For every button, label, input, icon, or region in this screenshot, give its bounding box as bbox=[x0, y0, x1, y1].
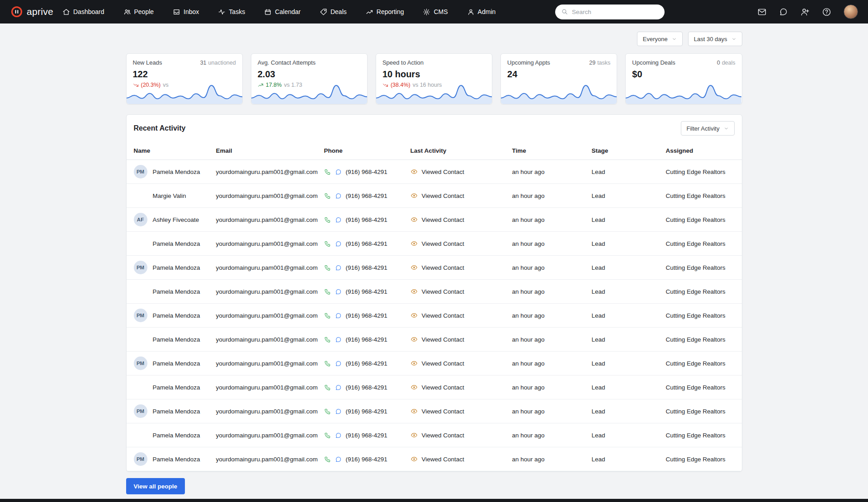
table-row[interactable]: PM Pamela Mendoza yourdomainguru.pam001@… bbox=[127, 447, 742, 471]
call-phone-icon[interactable] bbox=[324, 216, 331, 223]
audience-filter-dropdown[interactable]: Everyone bbox=[637, 32, 683, 46]
call-phone-icon[interactable] bbox=[324, 192, 331, 199]
message-chat-icon[interactable] bbox=[335, 264, 342, 271]
stat-title: Upcoming Deals bbox=[632, 59, 675, 66]
call-phone-icon[interactable] bbox=[324, 360, 331, 367]
message-chat-icon[interactable] bbox=[335, 169, 342, 175]
message-chat-icon[interactable] bbox=[335, 240, 342, 247]
message-chat-icon[interactable] bbox=[335, 192, 342, 199]
stat-meta: 29 tasks bbox=[589, 60, 610, 66]
sparkline-chart bbox=[626, 83, 741, 104]
filter-activity-dropdown[interactable]: Filter Activity bbox=[681, 121, 735, 136]
col-header-time: Time bbox=[512, 147, 592, 154]
nav-item-tasks[interactable]: Tasks bbox=[218, 8, 245, 16]
avatar-initials: PM bbox=[134, 357, 147, 370]
help-icon[interactable] bbox=[822, 7, 831, 17]
table-row[interactable]: PM Pamela Mendoza yourdomainguru.pam001@… bbox=[127, 256, 742, 280]
viewed-eye-icon bbox=[410, 216, 418, 223]
user-avatar[interactable] bbox=[844, 5, 858, 19]
call-phone-icon[interactable] bbox=[324, 408, 331, 415]
call-phone-icon[interactable] bbox=[324, 169, 331, 175]
trend-up-icon bbox=[258, 82, 264, 88]
brand-logo[interactable]: aprive bbox=[11, 6, 53, 18]
contact-email: yourdomainguru.pam001@gmail.com bbox=[216, 408, 324, 415]
message-chat-icon[interactable] bbox=[335, 312, 342, 319]
assigned-to: Cutting Edge Realtors bbox=[666, 288, 735, 295]
table-row[interactable]: AF Ashley Fivecoate yourdomainguru.pam00… bbox=[127, 208, 742, 232]
call-phone-icon[interactable] bbox=[324, 312, 331, 319]
call-phone-icon[interactable] bbox=[324, 336, 331, 343]
table-row[interactable]: Pamela Mendoza yourdomainguru.pam001@gma… bbox=[127, 375, 742, 399]
message-chat-icon[interactable] bbox=[335, 456, 342, 463]
main-nav: Dashboard People Inbox Tasks Calendar De… bbox=[62, 8, 495, 16]
activity-time: an hour ago bbox=[512, 216, 592, 223]
table-row[interactable]: Margie Valin yourdomainguru.pam001@gmail… bbox=[127, 184, 742, 208]
viewed-eye-icon bbox=[410, 264, 418, 271]
nav-item-calendar[interactable]: Calendar bbox=[264, 8, 301, 16]
message-chat-icon[interactable] bbox=[335, 360, 342, 367]
call-phone-icon[interactable] bbox=[324, 432, 331, 439]
view-all-people-button[interactable]: View all people bbox=[126, 478, 185, 494]
message-chat-icon[interactable] bbox=[335, 216, 342, 223]
contact-phone-number: (916) 968-4291 bbox=[346, 264, 387, 271]
contact-email: yourdomainguru.pam001@gmail.com bbox=[216, 216, 324, 223]
avatar-initials: PM bbox=[134, 452, 147, 466]
nav-item-cms[interactable]: CMS bbox=[423, 8, 448, 16]
footer-bar bbox=[0, 499, 868, 502]
table-row[interactable]: Pamela Mendoza yourdomainguru.pam001@gma… bbox=[127, 328, 742, 352]
contact-name: Pamela Mendoza bbox=[153, 432, 200, 439]
message-chat-icon[interactable] bbox=[335, 384, 342, 391]
call-phone-icon[interactable] bbox=[324, 264, 331, 271]
mail-icon[interactable] bbox=[757, 7, 767, 17]
viewed-eye-icon bbox=[410, 432, 418, 439]
search-icon bbox=[561, 8, 568, 15]
table-row[interactable]: PM Pamela Mendoza yourdomainguru.pam001@… bbox=[127, 304, 742, 328]
table-row[interactable]: Pamela Mendoza yourdomainguru.pam001@gma… bbox=[127, 423, 742, 447]
stat-change: (20.3%) vs bbox=[133, 82, 236, 88]
table-row[interactable]: PM Pamela Mendoza yourdomainguru.pam001@… bbox=[127, 160, 742, 184]
message-chat-icon[interactable] bbox=[335, 432, 342, 439]
contact-avatar: PM bbox=[134, 404, 147, 418]
col-header-email: Email bbox=[216, 147, 324, 154]
call-phone-icon[interactable] bbox=[324, 240, 331, 247]
add-person-icon[interactable] bbox=[800, 7, 810, 17]
table-row[interactable]: Pamela Mendoza yourdomainguru.pam001@gma… bbox=[127, 232, 742, 256]
message-chat-icon[interactable] bbox=[335, 288, 342, 295]
message-chat-icon[interactable] bbox=[335, 408, 342, 415]
audience-filter-label: Everyone bbox=[643, 36, 668, 42]
nav-item-deals[interactable]: Deals bbox=[320, 8, 347, 16]
stat-value: 122 bbox=[133, 69, 236, 80]
search-input[interactable] bbox=[572, 9, 659, 15]
dashboard-content: Everyone Last 30 days New Leads 31 unact… bbox=[126, 23, 742, 494]
last-activity-text: Viewed Contact bbox=[422, 264, 464, 271]
contact-email: yourdomainguru.pam001@gmail.com bbox=[216, 192, 324, 199]
contact-name: Pamela Mendoza bbox=[153, 240, 200, 247]
contact-avatar bbox=[134, 285, 147, 298]
activity-time: an hour ago bbox=[512, 240, 592, 247]
nav-item-label: CMS bbox=[434, 8, 448, 15]
nav-item-people[interactable]: People bbox=[123, 8, 154, 16]
call-phone-icon[interactable] bbox=[324, 456, 331, 463]
nav-item-reporting[interactable]: Reporting bbox=[366, 8, 404, 16]
message-chat-icon[interactable] bbox=[335, 336, 342, 343]
contact-avatar: PM bbox=[134, 357, 147, 370]
call-phone-icon[interactable] bbox=[324, 288, 331, 295]
date-range-dropdown[interactable]: Last 30 days bbox=[688, 32, 742, 46]
nav-item-inbox[interactable]: Inbox bbox=[173, 8, 199, 16]
brand-logo-icon bbox=[11, 6, 23, 18]
call-phone-icon[interactable] bbox=[324, 384, 331, 391]
nav-item-dashboard[interactable]: Dashboard bbox=[62, 8, 104, 16]
contact-name: Pamela Mendoza bbox=[153, 169, 200, 175]
table-row[interactable]: PM Pamela Mendoza yourdomainguru.pam001@… bbox=[127, 352, 742, 375]
viewed-eye-icon bbox=[410, 336, 418, 343]
table-row[interactable]: PM Pamela Mendoza yourdomainguru.pam001@… bbox=[127, 399, 742, 423]
assigned-to: Cutting Edge Realtors bbox=[666, 432, 735, 439]
contact-email: yourdomainguru.pam001@gmail.com bbox=[216, 432, 324, 439]
contact-name: Pamela Mendoza bbox=[153, 264, 200, 271]
table-row[interactable]: Pamela Mendoza yourdomainguru.pam001@gma… bbox=[127, 280, 742, 304]
avatar-initials: PM bbox=[134, 404, 147, 418]
contact-email: yourdomainguru.pam001@gmail.com bbox=[216, 456, 324, 463]
contact-stage: Lead bbox=[592, 216, 666, 223]
nav-item-admin[interactable]: Admin bbox=[467, 8, 496, 16]
chat-icon[interactable] bbox=[779, 7, 788, 16]
